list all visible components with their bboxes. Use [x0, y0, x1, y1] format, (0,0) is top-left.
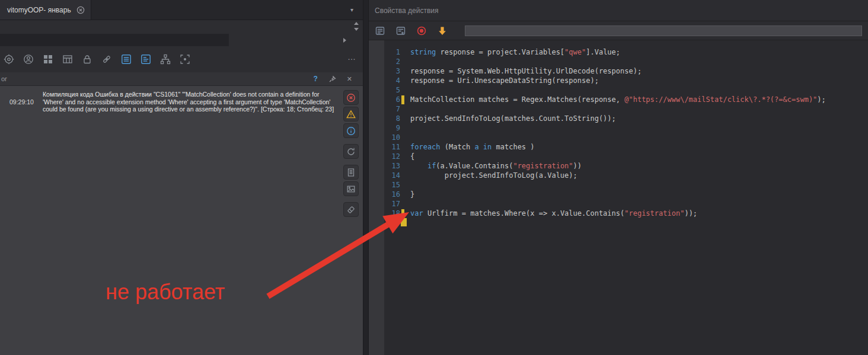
- sub-bar: [0, 20, 363, 46]
- line-number: 4: [384, 76, 400, 85]
- code-text: if(a.Value.Contains("registration")): [410, 161, 582, 171]
- code-line[interactable]: 7: [384, 104, 826, 114]
- record-icon[interactable]: [415, 24, 428, 37]
- tab-list-dropdown-icon[interactable]: ▾: [350, 7, 353, 13]
- report-button[interactable]: [343, 165, 359, 180]
- code-editor[interactable]: 1string response = project.Variables["qw…: [369, 40, 868, 355]
- line-number: 5: [384, 85, 400, 95]
- code-text: }: [410, 190, 414, 199]
- annotation-text: не работает: [106, 280, 225, 305]
- code-line[interactable]: 5: [384, 85, 826, 95]
- line-marker: [401, 133, 404, 142]
- app-window: vitomyOOP- январь ▾: [0, 0, 868, 355]
- toolbar-input[interactable]: [465, 25, 862, 36]
- project-tab[interactable]: vitomyOOP- январь: [0, 0, 91, 20]
- refresh-log-button[interactable]: [343, 144, 359, 159]
- code-text: response = System.Web.HttpUtility.UrlDec…: [410, 66, 642, 76]
- line-marker: [401, 162, 404, 171]
- editor-gutter: [369, 40, 384, 355]
- line-marker: [401, 181, 404, 190]
- window-icon[interactable]: [61, 53, 74, 66]
- line-number: 6: [384, 95, 400, 104]
- lock-icon[interactable]: [81, 53, 94, 66]
- line-marker: [401, 57, 404, 66]
- help-icon[interactable]: ?: [313, 75, 317, 83]
- tab-close-icon[interactable]: [76, 6, 85, 14]
- code-text: var Urlfirm = matches.Where(x => x.Value…: [410, 209, 697, 218]
- focus-selection-icon[interactable]: [178, 53, 192, 66]
- line-marker: [401, 190, 404, 199]
- code-line[interactable]: 2: [384, 57, 826, 66]
- gear-icon[interactable]: [2, 53, 15, 66]
- code-line[interactable]: 13 if(a.Value.Contains("registration")): [384, 161, 826, 171]
- action-properties-header: Свойства действия: [369, 0, 868, 21]
- error-filter-button[interactable]: [343, 90, 359, 105]
- scroll-down-icon[interactable]: [354, 28, 359, 31]
- line-number: 12: [384, 152, 400, 161]
- collapsed-panel[interactable]: [0, 34, 229, 46]
- line-number: 3: [384, 66, 400, 76]
- code-line[interactable]: 4response = Uri.UnescapeDataString(respo…: [384, 76, 826, 85]
- line-number: 13: [384, 161, 400, 171]
- more-options-icon[interactable]: …: [347, 52, 357, 62]
- code-line[interactable]: 17: [384, 199, 826, 209]
- line-marker: [401, 114, 404, 123]
- link-icon[interactable]: [100, 53, 113, 66]
- line-marker: [401, 67, 404, 76]
- line-marker: [401, 171, 404, 180]
- line-number: 8: [384, 114, 400, 123]
- image-button[interactable]: [343, 181, 359, 196]
- code-line[interactable]: 18var Urlfirm = matches.Where(x => x.Val…: [384, 209, 826, 218]
- line-marker: [401, 76, 404, 85]
- log-entry[interactable]: 09:29:10 Компиляция кода Ошибка в действ…: [9, 91, 339, 113]
- mini-scrollbar[interactable]: [353, 22, 360, 31]
- line-number: 7: [384, 104, 400, 114]
- form-edit-icon[interactable]: [374, 24, 387, 37]
- line-marker: [401, 105, 404, 114]
- form-add-icon[interactable]: [394, 24, 407, 37]
- code-line[interactable]: 8project.SendInfoToLog(matches.Count.ToS…: [384, 114, 826, 123]
- code-line[interactable]: 9: [384, 123, 826, 133]
- line-number: 15: [384, 180, 400, 190]
- code-line[interactable]: 16}: [384, 190, 826, 199]
- project-tab-title: vitomyOOP- январь: [7, 6, 71, 14]
- close-panel-icon[interactable]: ✕: [347, 75, 352, 83]
- code-line[interactable]: 3response = System.Web.HttpUtility.UrlDe…: [384, 66, 826, 76]
- code-toolbar: [369, 21, 868, 40]
- log-list-icon[interactable]: [120, 53, 133, 66]
- info-filter-button[interactable]: [343, 123, 359, 138]
- grid-icon[interactable]: [42, 53, 55, 66]
- code-text: project.SendInfoToLog(a.Value);: [410, 171, 577, 180]
- text-cursor: [401, 218, 407, 226]
- line-number: 16: [384, 190, 400, 199]
- code-line[interactable]: 10: [384, 133, 826, 142]
- scroll-up-icon[interactable]: [354, 22, 359, 25]
- code-line[interactable]: 15: [384, 180, 826, 190]
- expand-right-icon[interactable]: [343, 38, 346, 43]
- code-line[interactable]: 14 project.SendInfoToLog(a.Value);: [384, 171, 826, 180]
- tab-bar: vitomyOOP- январь ▾: [0, 0, 363, 20]
- pin-icon[interactable]: [328, 75, 336, 83]
- line-marker: [401, 86, 404, 95]
- code-text: response = Uri.UnescapeDataString(respon…: [410, 76, 599, 85]
- download-arrow-icon[interactable]: [436, 24, 449, 37]
- code-line[interactable]: 11foreach (Match a in matches ): [384, 142, 826, 152]
- line-marker: [401, 152, 404, 161]
- code-line[interactable]: 6MatchCollection matches = Regex.Matches…: [384, 95, 826, 104]
- eraser-button[interactable]: [343, 202, 359, 217]
- warning-filter-button[interactable]: [343, 107, 359, 121]
- list-details-icon[interactable]: [139, 53, 152, 66]
- log-panel-header: ог ? ✕: [0, 72, 363, 86]
- panel-splitter[interactable]: [363, 0, 369, 355]
- line-number: 18: [384, 209, 400, 218]
- code-line[interactable]: 1string response = project.Variables["qw…: [384, 47, 826, 57]
- user-icon[interactable]: [22, 53, 35, 66]
- line-number: 9: [384, 123, 400, 133]
- hierarchy-icon[interactable]: [159, 53, 172, 66]
- log-panel: ог ? ✕ 09:29:10 Компиляция кода Ошибка в…: [0, 72, 363, 355]
- line-marker: [401, 124, 404, 133]
- code-text: {: [410, 152, 414, 161]
- line-marker: [401, 48, 404, 57]
- line-number: 17: [384, 199, 400, 209]
- code-line[interactable]: 12{: [384, 152, 826, 161]
